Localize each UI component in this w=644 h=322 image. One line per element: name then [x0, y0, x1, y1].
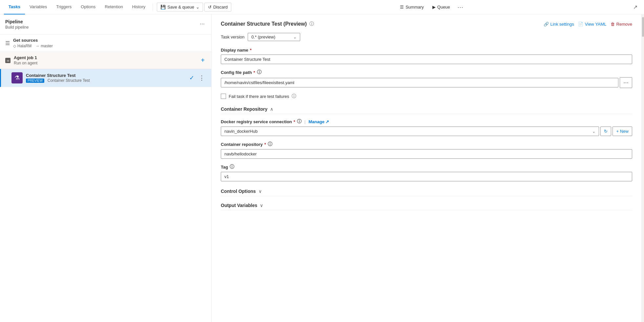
container-repository-field-section: Container repository * ⓘ: [221, 141, 632, 159]
view-yaml-button[interactable]: 📄 View YAML: [578, 22, 607, 27]
task-detail-title: Container Structure Test (Preview): [221, 21, 307, 27]
left-panel: Pipeline Build pipeline ... ☰ Get source…: [0, 14, 212, 322]
discard-icon: ↺: [208, 5, 212, 10]
fail-task-info-icon[interactable]: ⓘ: [292, 93, 296, 99]
tab-triggers[interactable]: Triggers: [52, 0, 76, 14]
nav-actions: 💾 Save & queue ⌄ ↺ Discard: [157, 3, 231, 12]
task-version-row: Task version 0.* (preview) ⌄: [221, 33, 632, 41]
task-preview-badge: PREVIEW: [26, 79, 44, 83]
container-repository-section-header[interactable]: Container Repository ∧: [221, 104, 632, 114]
config-file-path-label: Config file path * ⓘ: [221, 69, 632, 75]
task-check-icon: ✓: [189, 74, 194, 81]
task-detail-info-icon[interactable]: ⓘ: [309, 21, 314, 27]
container-repository-section-title: Container Repository: [221, 106, 267, 112]
agent-job-info: Agent job 1 Run on agent: [14, 55, 196, 65]
summary-button[interactable]: ☰ Summary: [396, 3, 428, 11]
registry-separator: |: [304, 119, 306, 124]
refresh-icon: ↻: [604, 129, 608, 134]
pipeline-header: Pipeline Build pipeline ...: [0, 14, 211, 34]
control-options-collapse-icon: ∨: [259, 189, 262, 194]
expand-icon[interactable]: ↗: [631, 1, 640, 13]
summary-queue-area: ☰ Summary ▶ Queue ⋯: [396, 2, 466, 12]
config-path-input-row: ⋯: [221, 77, 632, 88]
get-sources-repo: ◇ HalaRM: [13, 44, 31, 48]
docker-registry-info-icon[interactable]: ⓘ: [297, 119, 301, 125]
container-repository-input[interactable]: [221, 149, 632, 159]
config-path-info-icon[interactable]: ⓘ: [257, 69, 261, 75]
tab-history[interactable]: History: [128, 0, 150, 14]
manage-link[interactable]: Manage ↗: [308, 119, 329, 124]
top-nav: Tasks Variables Triggers Options Retenti…: [0, 0, 644, 14]
output-variables-section-header[interactable]: Output Variables ∨: [221, 201, 632, 210]
task-item-container-structure-test[interactable]: ⚗ Container Structure Test PREVIEW Conta…: [0, 69, 211, 87]
task-detail-header: Container Structure Test (Preview) ⓘ 🔗 L…: [221, 21, 632, 27]
task-name: Container Structure Test: [26, 73, 186, 78]
agent-job-name: Agent job 1: [14, 55, 196, 60]
get-sources-meta: ◇ HalaRM → master: [13, 44, 206, 48]
nav-separator: [153, 3, 153, 11]
tab-retention[interactable]: Retention: [100, 0, 128, 14]
agent-job-row: ⚌ Agent job 1 Run on agent +: [0, 52, 211, 69]
tab-variables[interactable]: Variables: [25, 0, 52, 14]
get-sources-row[interactable]: ☰ Get sources ◇ HalaRM → master: [0, 34, 211, 52]
yaml-icon: 📄: [578, 22, 583, 27]
task-version-label: Task version: [221, 34, 244, 39]
display-name-label: Display name *: [221, 48, 632, 53]
control-options-section-header[interactable]: Control Options ∨: [221, 187, 632, 196]
display-name-required: *: [250, 48, 252, 53]
tag-input[interactable]: [221, 172, 632, 181]
queue-icon: ▶: [432, 5, 436, 10]
branch-icon: →: [35, 44, 39, 48]
display-name-section: Display name *: [221, 48, 632, 64]
output-variables-collapse-icon: ∨: [260, 203, 263, 208]
agent-job-add-button[interactable]: +: [199, 57, 206, 64]
task-version-select[interactable]: 0.* (preview) ⌄: [248, 33, 300, 41]
task-detail-title-row: Container Structure Test (Preview) ⓘ: [221, 21, 314, 27]
config-file-path-input[interactable]: [221, 78, 618, 87]
config-file-path-section: Config file path * ⓘ ⋯: [221, 69, 632, 88]
discard-button[interactable]: ↺ Discard: [204, 3, 231, 12]
config-path-more-button[interactable]: ⋯: [620, 77, 632, 88]
tab-options[interactable]: Options: [76, 0, 100, 14]
right-scrollbar[interactable]: [641, 14, 644, 322]
link-settings-button[interactable]: 🔗 Link settings: [544, 22, 574, 27]
fail-task-checkbox[interactable]: [221, 94, 226, 99]
tab-tasks[interactable]: Tasks: [4, 0, 25, 14]
task-more-icon[interactable]: ⋮: [197, 74, 206, 81]
get-sources-info: Get sources ◇ HalaRM → master: [13, 38, 206, 48]
version-chevron-icon: ⌄: [293, 35, 297, 39]
docker-registry-label-row: Docker registry service connection * ⓘ |…: [221, 119, 632, 125]
docker-registry-required: *: [294, 119, 295, 124]
pipeline-title: Pipeline: [5, 19, 29, 24]
registry-refresh-button[interactable]: ↻: [600, 126, 611, 136]
queue-button[interactable]: ▶ Queue: [428, 3, 454, 11]
tag-info-icon[interactable]: ⓘ: [230, 164, 234, 170]
repo-icon: ◇: [13, 44, 16, 48]
remove-icon: 🗑: [611, 22, 615, 27]
agent-job-icon: ⚌: [5, 58, 10, 63]
docker-registry-dropdown-row: navin_dockerHub ⌄ ↻ + New: [221, 126, 632, 136]
task-icon: ⚗: [14, 74, 20, 81]
pipeline-more-icon[interactable]: ...: [198, 19, 206, 26]
task-info: Container Structure Test PREVIEW Contain…: [26, 73, 186, 83]
remove-button[interactable]: 🗑 Remove: [611, 22, 632, 27]
get-sources-branch: → master: [35, 44, 53, 48]
config-path-required: *: [254, 70, 255, 75]
tag-section: Tag ⓘ: [221, 164, 632, 181]
save-queue-chevron: ⌄: [196, 5, 199, 10]
display-name-input[interactable]: [221, 55, 632, 64]
link-icon: 🔗: [544, 22, 549, 27]
save-queue-button[interactable]: 💾 Save & queue ⌄: [157, 3, 203, 12]
main-layout: Pipeline Build pipeline ... ☰ Get source…: [0, 14, 644, 322]
task-detail-actions: 🔗 Link settings 📄 View YAML 🗑 Remove: [544, 22, 632, 27]
more-options-icon[interactable]: ⋯: [455, 2, 466, 12]
docker-registry-dropdown[interactable]: navin_dockerHub ⌄: [221, 126, 599, 136]
registry-new-button[interactable]: + New: [613, 126, 632, 136]
output-variables-section-title: Output Variables: [221, 203, 257, 208]
container-repository-collapse-icon: ∧: [270, 106, 273, 112]
docker-registry-section: Docker registry service connection * ⓘ |…: [221, 119, 632, 136]
right-panel: Container Structure Test (Preview) ⓘ 🔗 L…: [212, 14, 641, 322]
container-repo-info-icon[interactable]: ⓘ: [268, 141, 272, 147]
scrollbar-thumb: [642, 17, 644, 37]
task-icon-wrap: ⚗: [11, 72, 23, 83]
